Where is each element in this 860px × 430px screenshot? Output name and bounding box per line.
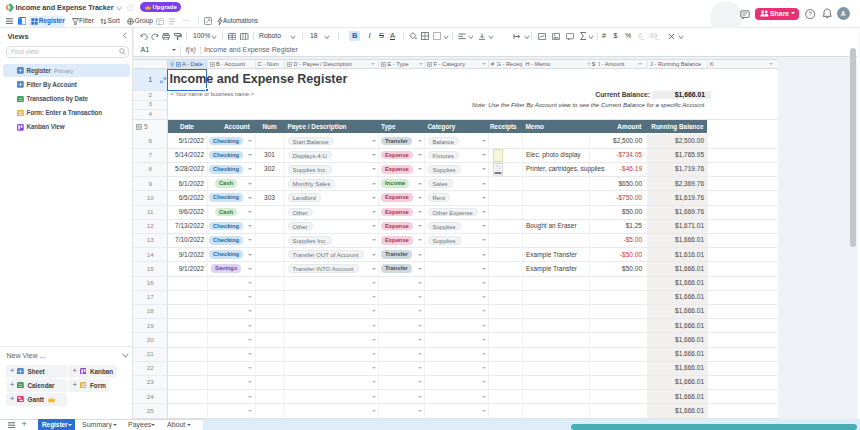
svg-text:?: ?	[808, 10, 812, 17]
